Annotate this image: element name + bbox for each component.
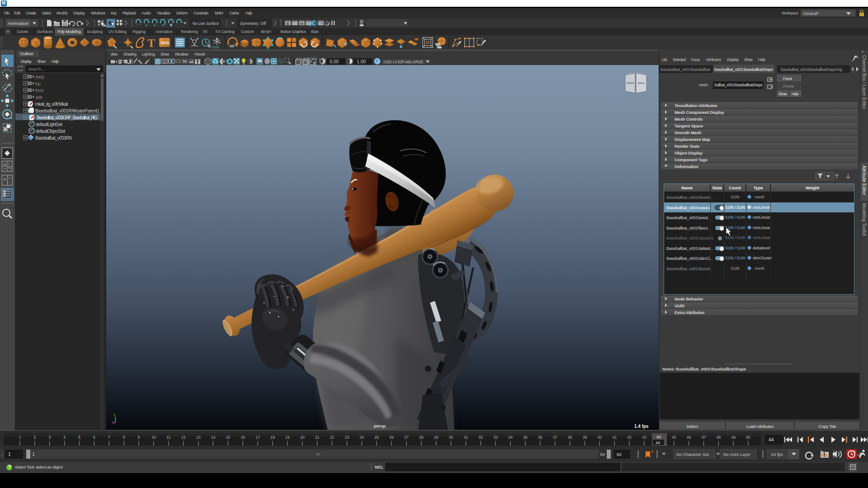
svg-text:defaultObjectSet: defaultObjectSet	[36, 129, 65, 134]
svg-text:MASH: MASH	[215, 11, 223, 15]
svg-text:Create: Create	[26, 11, 36, 15]
svg-text:persp: persp	[374, 423, 386, 428]
svg-text:Display: Display	[727, 57, 739, 62]
svg-text:Key: Key	[111, 11, 117, 15]
svg-text:Baseballbat_v003:GRP_Baseballb: Baseballbat_v003:GRP_Baseballbat_RIG	[37, 115, 98, 120]
svg-text:Animation: Animation	[8, 21, 29, 26]
svg-text:persp: persp	[35, 75, 44, 80]
svg-text:Display: Display	[20, 59, 32, 64]
svg-text:UV Editing: UV Editing	[108, 29, 127, 34]
svg-text:50: 50	[617, 452, 622, 457]
svg-text:BACK: BACK	[638, 82, 645, 84]
svg-text:Show: Show	[744, 57, 753, 62]
svg-text:24 fps: 24 fps	[771, 452, 783, 457]
svg-text:0.00: 0.00	[330, 59, 339, 64]
svg-text:Hide: Hide	[792, 92, 799, 96]
svg-text:List: List	[662, 57, 667, 62]
svg-text:Edit: Edit	[14, 11, 21, 15]
svg-text:y: y	[113, 413, 115, 417]
svg-text:Focus: Focus	[783, 76, 792, 81]
svg-text:Windows: Windows	[91, 11, 105, 15]
svg-text:View: View	[110, 52, 118, 56]
svg-text:44: 44	[656, 441, 660, 445]
svg-text:File: File	[4, 11, 9, 15]
svg-text:1.00: 1.00	[357, 59, 366, 64]
svg-text:RIGHT: RIGHT	[627, 82, 635, 84]
svg-text:Baseballbat_v003:BaseballbatSh: Baseballbat_v003:BaseballbatShape	[714, 67, 773, 72]
svg-text:FX Caching: FX Caching	[216, 29, 235, 34]
svg-text:Show: Show	[778, 92, 788, 96]
svg-text:Sculpting: Sculpting	[87, 29, 103, 34]
svg-text:Deform: Deform	[176, 11, 188, 15]
svg-text:1.4 fps: 1.4 fps	[634, 424, 649, 429]
svg-text:Motion Graphics: Motion Graphics	[280, 29, 306, 34]
svg-text:T: T	[147, 37, 155, 50]
svg-text:Baseballbat_v003:BaseballbatSh: Baseballbat_v003:BaseballbatShapeOrig	[781, 67, 842, 72]
svg-text:Poly Modeling: Poly Modeling	[57, 29, 81, 34]
svg-text:Curves: Curves	[17, 29, 28, 34]
svg-text:defaultLightSet: defaultLightSet	[36, 122, 62, 127]
svg-text:Baseballbat_v001RNfosterParent: Baseballbat_v001RNfosterParent1	[35, 108, 99, 113]
svg-text:top: top	[35, 81, 41, 86]
svg-text:Focus: Focus	[691, 57, 700, 62]
svg-text:Panels: Panels	[194, 52, 205, 56]
svg-text:44: 44	[769, 437, 774, 442]
svg-text:Selected: Selected	[673, 57, 686, 62]
svg-text:CB: CB	[376, 60, 379, 63]
svg-text:Custom: Custom	[241, 29, 254, 34]
svg-text:50: 50	[600, 452, 605, 457]
svg-text:1: 1	[32, 451, 35, 457]
svg-text:Rigging: Rigging	[132, 29, 146, 34]
svg-text:Display: Display	[73, 11, 85, 15]
svg-text:1: 1	[8, 451, 11, 457]
svg-text:Rendering: Rendering	[181, 29, 198, 34]
svg-text:IPR: IPR	[300, 23, 304, 25]
svg-text:SVG: SVG	[160, 41, 169, 45]
svg-text:ACES 1.0 SDR-video (sRGB): ACES 1.0 SDR-video (sRGB)	[383, 60, 423, 64]
svg-text:FX: FX	[203, 29, 208, 34]
svg-text::ballbat_v003:BaseballbatShape: :ballbat_v003:BaseballbatShape	[714, 83, 763, 87]
svg-text:Surfaces: Surfaces	[37, 29, 53, 34]
svg-text:Help: Help	[245, 11, 252, 15]
svg-text:No Character Set: No Character Set	[676, 452, 709, 457]
svg-text:MASH: MASH	[261, 29, 271, 34]
svg-text:Playback: Playback	[123, 11, 137, 15]
svg-text:Attributes: Attributes	[706, 57, 721, 62]
svg-text:0.0.0: 0.0.0	[212, 46, 219, 49]
svg-text:Help: Help	[758, 57, 765, 62]
svg-text:Show: Show	[37, 59, 46, 64]
svg-text:Baseballbat_v003:Baseballbat: Baseballbat_v003:Baseballbat	[660, 67, 711, 72]
svg-text:Shading: Shading	[123, 52, 137, 56]
svg-text:44: 44	[656, 435, 661, 439]
svg-text:Animation: Animation	[156, 29, 173, 34]
svg-text:Presets: Presets	[783, 84, 794, 89]
svg-text:Cache: Cache	[230, 11, 239, 15]
svg-text:Audio: Audio	[142, 11, 151, 15]
svg-text:Baseballbat_v003RN: Baseballbat_v003RN	[35, 136, 72, 141]
svg-text:No Anim Layer: No Anim Layer	[723, 452, 750, 457]
svg-text:Workspace:: Workspace:	[782, 11, 799, 15]
svg-text:Visualize: Visualize	[157, 11, 170, 15]
svg-text:No Live Surface: No Live Surface	[193, 21, 219, 26]
svg-text:front: front	[35, 88, 43, 93]
svg-text:Show: Show	[160, 52, 170, 56]
svg-text:Select: Select	[42, 11, 52, 15]
svg-text:Symmetry: Off: Symmetry: Off	[240, 21, 266, 26]
svg-text:Renderer: Renderer	[175, 52, 189, 56]
svg-text:mkali_rig_v08:Mkali: mkali_rig_v08:Mkali	[35, 102, 68, 107]
svg-text:side: side	[35, 95, 42, 100]
svg-text:mesh:: mesh:	[699, 83, 708, 87]
svg-text:XGen: XGen	[311, 29, 319, 34]
svg-text:Modify: Modify	[57, 11, 68, 15]
svg-text:Constrain: Constrain	[193, 11, 208, 15]
svg-text:Outliner: Outliner	[20, 51, 33, 56]
svg-text:General*: General*	[803, 11, 819, 16]
svg-text:Lighting: Lighting	[142, 52, 155, 56]
svg-text:Help: Help	[52, 59, 59, 64]
